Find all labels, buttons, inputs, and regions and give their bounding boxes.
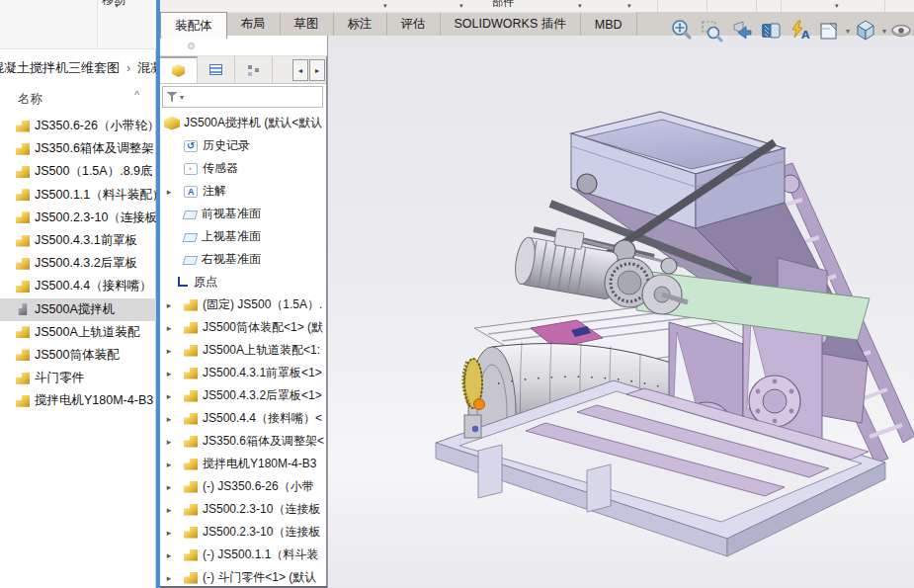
chevron-down-icon[interactable]: ▾ xyxy=(180,93,184,102)
commandmanager-tab[interactable]: 评估 xyxy=(387,12,441,36)
chevron-down-icon[interactable]: ▾ xyxy=(383,2,387,10)
explorer-column-header[interactable]: 名称 ^ xyxy=(0,87,156,111)
breadcrumb-folder[interactable]: 混凝土搅拌机三维套图 xyxy=(0,59,120,77)
expand-arrow-icon[interactable] xyxy=(162,437,176,447)
expand-arrow-icon[interactable] xyxy=(162,300,176,310)
file-list-item[interactable]: JS500A搅拌机 xyxy=(0,298,156,321)
hide-show-items-icon[interactable] xyxy=(888,18,914,43)
tree-item-icon xyxy=(184,549,198,561)
commandmanager-tab[interactable]: 装配体 xyxy=(160,12,227,39)
feature-tree-item[interactable]: JS500.4.4（接料嘴）< xyxy=(160,407,326,430)
file-list-item[interactable]: JS500.4.4（接料嘴） xyxy=(0,275,156,297)
file-list-item[interactable]: JS350.6箱体及调整架 xyxy=(0,137,156,160)
zoom-to-fit-icon[interactable] xyxy=(668,18,696,43)
chevron-down-icon[interactable]: ▾ xyxy=(846,27,850,36)
expand-arrow-icon[interactable] xyxy=(162,323,176,333)
file-list-item[interactable]: JS500筒体装配 xyxy=(0,344,156,367)
display-style-icon[interactable] xyxy=(852,18,879,43)
model-js500a-mixer[interactable] xyxy=(328,36,914,588)
panel-splitter-handle[interactable] xyxy=(188,42,195,49)
propertymanager-tab[interactable] xyxy=(198,56,235,83)
zoom-to-area-icon[interactable] xyxy=(698,18,725,43)
scroll-right-button[interactable]: ▸ xyxy=(309,59,325,81)
clipped-button-label[interactable]: 部件 xyxy=(492,0,514,12)
expand-arrow-icon[interactable] xyxy=(162,414,176,424)
chevron-down-icon[interactable]: ▾ xyxy=(115,1,119,10)
expand-arrow-icon[interactable] xyxy=(162,528,176,538)
expand-arrow-icon[interactable] xyxy=(162,187,176,197)
breadcrumb[interactable]: 混凝土搅拌机三维套图 › 混凝 xyxy=(0,55,156,81)
annotation-view-icon[interactable]: A xyxy=(787,18,814,43)
feature-tree-item[interactable]: JS500A上轨道装配<1: xyxy=(160,339,326,362)
feature-tree-item[interactable]: 传感器 xyxy=(160,157,326,180)
breadcrumb-separator-icon: › xyxy=(126,61,130,75)
feature-tree-item[interactable]: 搅拌电机Y180M-4-B3 xyxy=(160,453,326,475)
file-list-item[interactable]: JS500（1.5A）.8.9底 xyxy=(0,160,156,183)
file-type-icon xyxy=(16,326,30,338)
tree-item-label: JS500.2.3-10（连接板 xyxy=(203,524,320,541)
expand-arrow-icon[interactable] xyxy=(162,550,176,560)
expand-arrow-icon[interactable] xyxy=(162,460,176,469)
file-list-item[interactable]: JS500.4.3.1前罩板 xyxy=(0,229,156,252)
file-list-item[interactable]: JS500.4.3.2后罩板 xyxy=(0,252,156,275)
expand-arrow-icon[interactable] xyxy=(162,369,176,378)
feature-tree-item[interactable]: JS500.2.3-10（连接板 xyxy=(160,498,326,521)
chevron-down-icon[interactable]: ▾ xyxy=(627,2,631,10)
featuremanager-tree-tab[interactable] xyxy=(160,56,198,83)
file-list-item[interactable]: JS500.2.3-10（连接板 xyxy=(0,207,156,229)
commandmanager-tab[interactable]: SOLIDWORKS 插件 xyxy=(441,12,581,36)
configurationmanager-tab[interactable] xyxy=(235,56,273,83)
feature-tree-item[interactable]: 历史记录 xyxy=(160,134,326,157)
commandmanager-tab[interactable]: 标注 xyxy=(334,12,387,36)
feature-tree-item[interactable]: JS500.2.3-10（连接板 xyxy=(160,521,326,544)
feature-tree-item[interactable]: (-) JS350.6-26（小带 xyxy=(160,475,326,498)
feature-tree-item[interactable]: 右视基准面 xyxy=(160,248,326,271)
tree-item-icon xyxy=(178,277,188,287)
graphics-viewport[interactable] xyxy=(327,36,914,588)
feature-tree-item[interactable]: 原点 xyxy=(160,271,326,294)
feature-tree-item[interactable]: 前视基准面 xyxy=(160,203,326,225)
feature-tree-item[interactable]: JS500A搅拌机 (默认<默认 xyxy=(160,112,326,134)
file-list-item[interactable]: JS500A上轨道装配 xyxy=(0,321,156,344)
feature-tree-item[interactable]: JS350.6箱体及调整架< xyxy=(160,430,326,453)
feature-tree-item[interactable]: (-) JS500.1.1（料斗装 xyxy=(160,544,326,566)
feature-tree-item[interactable]: 注解 xyxy=(160,180,326,203)
section-view-icon[interactable] xyxy=(757,18,785,43)
tree-filter-field[interactable]: ▾ xyxy=(162,86,323,108)
expand-arrow-icon[interactable] xyxy=(162,391,176,401)
view-orientation-icon[interactable] xyxy=(816,18,843,43)
solidworks-window: ▾ ▾ 部件 ▾ ▾ ▾ 装配体 布局 xyxy=(160,0,914,588)
model-orange-knob[interactable] xyxy=(474,399,485,410)
expand-arrow-icon[interactable] xyxy=(162,573,176,583)
feature-tree-item[interactable]: JS500.4.3.2后罩板<1> xyxy=(160,384,326,407)
collapse-chevron-icon[interactable]: ^ xyxy=(134,89,139,101)
chevron-down-icon[interactable]: ▾ xyxy=(882,27,886,36)
file-list-item[interactable]: 搅拌电机Y180M-4-B3 xyxy=(0,389,156,412)
commandmanager-tab[interactable]: 草图 xyxy=(281,12,334,36)
commandmanager-tab[interactable]: 布局 xyxy=(227,12,281,36)
chevron-down-icon[interactable]: ▾ xyxy=(578,2,582,10)
feature-tree-item[interactable]: 上视基准面 xyxy=(160,225,326,248)
previous-view-icon[interactable] xyxy=(727,18,755,43)
expand-arrow-icon[interactable] xyxy=(162,482,176,492)
chevron-down-icon[interactable]: ▾ xyxy=(835,2,839,10)
commandmanager-tab[interactable]: MBD xyxy=(581,12,637,36)
filter-funnel-icon[interactable] xyxy=(166,92,178,103)
file-list-item[interactable]: 斗门零件 xyxy=(0,367,156,389)
expand-arrow-icon[interactable] xyxy=(162,505,176,515)
scroll-left-button[interactable]: ◂ xyxy=(292,59,308,81)
file-name: JS500.4.4（接料嘴） xyxy=(35,278,152,294)
name-column-label[interactable]: 名称 xyxy=(18,91,42,108)
feature-tree-item[interactable]: (固定) JS500（1.5A）. xyxy=(160,294,326,316)
explorer-ribbon-clipped-button[interactable]: 移动 xyxy=(102,0,141,6)
feature-tree-item[interactable]: JS500.4.3.1前罩板<1> xyxy=(160,362,326,384)
expand-arrow-icon[interactable] xyxy=(162,346,176,356)
feature-tree-item[interactable]: (-) 斗门零件<1> (默认 xyxy=(160,566,326,586)
feature-tree-item[interactable]: JS500筒体装配<1> (默 xyxy=(160,316,326,339)
breadcrumb-subfolder[interactable]: 混凝 xyxy=(137,59,156,77)
file-list-item[interactable]: JS350.6-26（小带轮） xyxy=(0,115,156,137)
file-explorer-window[interactable]: 移动 ▾ 混凝土搅拌机三维套图 › 混凝 名称 ^ JS350.6-26（小带轮… xyxy=(0,0,156,588)
file-list-item[interactable]: JS500.1.1（料斗装配） xyxy=(0,184,156,207)
file-type-icon xyxy=(16,166,30,178)
chevron-down-icon[interactable]: ▾ xyxy=(459,2,463,10)
